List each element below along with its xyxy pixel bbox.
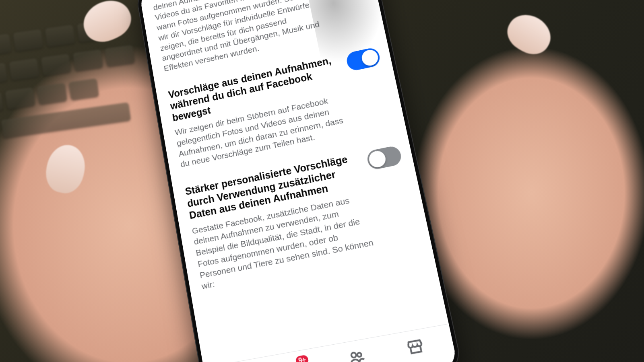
notification-badge: 9+: [294, 354, 310, 362]
tab-video[interactable]: 9+: [285, 355, 313, 362]
phone-frame: …walten. Personalisierte Vorschläge zum …: [134, 0, 464, 362]
toggle-knob: [367, 150, 387, 169]
toggle-knob: [360, 48, 379, 67]
tab-marketplace[interactable]: [400, 334, 430, 361]
friends-icon: [347, 347, 367, 362]
toggle-extra-data[interactable]: [366, 145, 403, 171]
phone-screen: …walten. Personalisierte Vorschläge zum …: [139, 0, 458, 362]
phone: …walten. Personalisierte Vorschläge zum …: [125, 0, 454, 362]
photo-scene: …walten. Personalisierte Vorschläge zum …: [0, 0, 644, 362]
marketplace-icon: [405, 337, 425, 358]
settings-list: Personalisierte Vorschläge zum Teilen au…: [139, 0, 447, 360]
svg-point-1: [351, 352, 356, 358]
hand-detail: [501, 8, 557, 61]
tab-friends[interactable]: [342, 345, 372, 362]
svg-point-2: [357, 352, 362, 357]
toggle-browsing-suggestions[interactable]: [345, 47, 381, 72]
